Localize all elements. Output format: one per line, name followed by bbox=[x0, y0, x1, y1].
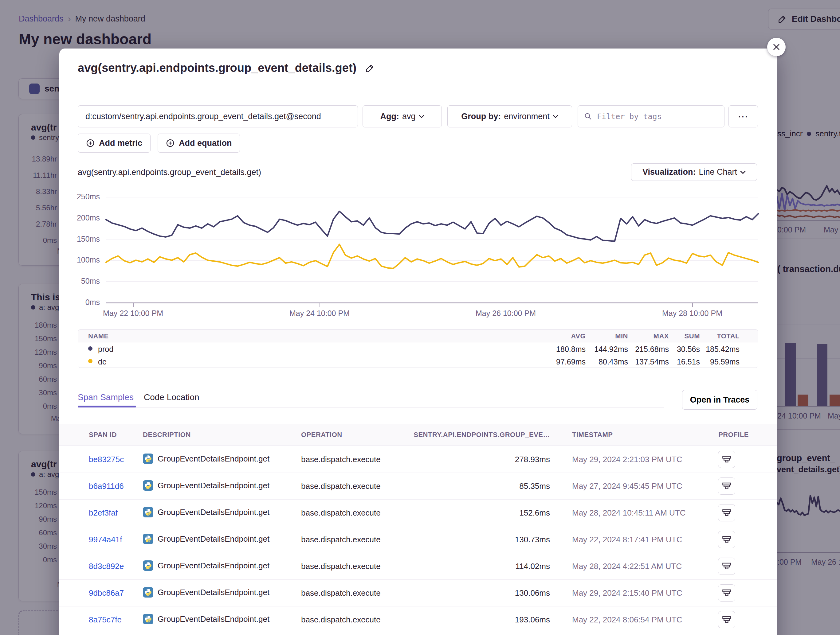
x-tick-label: May 26 10:00 PM bbox=[459, 309, 552, 318]
tab-span-samples[interactable]: Span Samples bbox=[78, 392, 134, 402]
span-id-link[interactable]: b2ef3faf bbox=[89, 508, 118, 518]
modal-title: avg(sentry.api.endpoints.group_event_det… bbox=[78, 61, 357, 75]
span-operation: base.dispatch.execute bbox=[301, 455, 381, 464]
summary-header-row: NAME AVG MIN MAX SUM TOTAL bbox=[78, 330, 758, 342]
python-icon bbox=[144, 562, 152, 570]
chart-title: avg(sentry.api.endpoints.group_event_det… bbox=[78, 168, 261, 177]
x-tick-label: May 28 10:00 PM bbox=[646, 309, 738, 318]
column-header: TIMESTAMP bbox=[572, 431, 613, 439]
python-icon bbox=[144, 588, 152, 596]
span-sample-row: 9dbc86a7 GroupEventDetailsEndpoint.getba… bbox=[59, 580, 777, 607]
span-description: GroupEventDetailsEndpoint.get bbox=[143, 507, 270, 517]
column-header: SPAN ID bbox=[89, 431, 117, 439]
modal-title-row: avg(sentry.api.endpoints.group_event_det… bbox=[78, 61, 375, 75]
chevron-down-icon bbox=[740, 170, 746, 174]
search-icon bbox=[584, 112, 592, 120]
span-description: GroupEventDetailsEndpoint.get bbox=[143, 534, 270, 544]
span-metric-value: 152.6ms bbox=[428, 508, 550, 518]
span-metric-value: 130.06ms bbox=[428, 588, 550, 598]
span-sample-row: 9974a41f GroupEventDetailsEndpoint.getba… bbox=[59, 526, 777, 553]
main-line-chart bbox=[106, 197, 758, 303]
span-operation: base.dispatch.execute bbox=[301, 482, 381, 491]
column-header: NAME bbox=[88, 332, 109, 340]
python-icon bbox=[144, 535, 152, 543]
python-platform-icon bbox=[143, 454, 153, 464]
open-in-traces-button[interactable]: Open in Traces bbox=[682, 390, 757, 410]
chevron-down-icon bbox=[553, 115, 558, 118]
python-icon bbox=[144, 482, 152, 490]
span-timestamp: May 29, 2024 2:21:03 PM UTC bbox=[572, 455, 682, 464]
column-header: OPERATION bbox=[301, 431, 342, 439]
span-id-link[interactable]: 8d3c892e bbox=[89, 562, 124, 571]
group-by-dropdown[interactable]: Group by: environment bbox=[447, 105, 572, 128]
chart-series-#44406b bbox=[106, 211, 758, 241]
profile-button[interactable] bbox=[718, 558, 735, 575]
add-metric-button[interactable]: Add metric bbox=[78, 134, 150, 153]
add-equation-button[interactable]: Add equation bbox=[158, 134, 240, 153]
span-id-link[interactable]: 9974a41f bbox=[89, 535, 122, 544]
span-id-link[interactable]: 8a75c7fe bbox=[89, 615, 122, 624]
filter-by-tags-input[interactable] bbox=[596, 112, 718, 121]
span-description: GroupEventDetailsEndpoint.get bbox=[143, 587, 270, 597]
span-metric-value: 130.73ms bbox=[428, 535, 550, 544]
span-operation: base.dispatch.execute bbox=[301, 615, 381, 624]
aggregate-dropdown[interactable]: Agg: avg bbox=[363, 105, 442, 128]
python-platform-icon bbox=[143, 560, 153, 571]
span-description: GroupEventDetailsEndpoint.get bbox=[143, 480, 270, 491]
profile-flamechart-icon bbox=[722, 562, 731, 571]
span-id-link[interactable]: be83275c bbox=[89, 455, 124, 464]
tab-code-location[interactable]: Code Location bbox=[144, 392, 199, 402]
x-tick-label: May 24 10:00 PM bbox=[273, 309, 366, 318]
python-platform-icon bbox=[143, 614, 153, 624]
span-metric-value: 85.35ms bbox=[428, 482, 550, 491]
span-id-link[interactable]: b6a911d6 bbox=[89, 482, 124, 491]
span-operation: base.dispatch.execute bbox=[301, 535, 381, 544]
python-platform-icon bbox=[143, 480, 153, 491]
profile-button[interactable] bbox=[718, 451, 735, 468]
plus-circle-icon bbox=[166, 139, 175, 147]
y-tick-label: 200ms bbox=[59, 213, 100, 222]
tab-track bbox=[78, 407, 664, 408]
summary-value-total: 185.42ms bbox=[687, 345, 739, 354]
y-tick-label: 0ms bbox=[59, 298, 100, 307]
metric-query-input[interactable] bbox=[78, 105, 358, 128]
chevron-down-icon bbox=[419, 115, 424, 118]
python-icon bbox=[144, 508, 152, 516]
metric-details-modal: avg(sentry.api.endpoints.group_event_det… bbox=[59, 49, 777, 635]
edit-title-pencil-icon[interactable] bbox=[365, 63, 375, 73]
span-metric-value: 193.06ms bbox=[428, 615, 550, 624]
profile-button[interactable] bbox=[718, 611, 735, 628]
summary-row: de97.69ms80.43ms137.54ms16.51s95.59ms bbox=[78, 355, 758, 367]
span-timestamp: May 28, 2024 4:22:51 AM UTC bbox=[572, 562, 682, 571]
span-description: GroupEventDetailsEndpoint.get bbox=[143, 454, 270, 464]
profile-button[interactable] bbox=[718, 585, 735, 602]
span-timestamp: May 28, 2024 10:45:11 AM UTC bbox=[572, 508, 686, 518]
samples-table-body: be83275c GroupEventDetailsEndpoint.getba… bbox=[59, 446, 777, 633]
close-button[interactable] bbox=[767, 38, 786, 56]
series-color-dot bbox=[88, 347, 93, 351]
span-description: GroupEventDetailsEndpoint.get bbox=[143, 560, 270, 571]
visualization-dropdown[interactable]: Visualization: Line Chart bbox=[631, 163, 757, 181]
series-name: de bbox=[98, 358, 107, 366]
profile-button[interactable] bbox=[718, 504, 735, 522]
span-metric-value: 278.93ms bbox=[428, 455, 550, 464]
column-header: DESCRIPTION bbox=[143, 431, 191, 439]
profile-flamechart-icon bbox=[722, 482, 731, 491]
column-header: SENTRY.API.ENDPOINTS.GROUP_EVE… bbox=[409, 431, 550, 439]
profile-flamechart-icon bbox=[722, 588, 731, 597]
query-overflow-button[interactable]: ⋯ bbox=[728, 105, 758, 128]
series-color-dot bbox=[88, 359, 93, 363]
profile-button[interactable] bbox=[718, 477, 735, 495]
profile-flamechart-icon bbox=[722, 535, 731, 544]
span-operation: base.dispatch.execute bbox=[301, 562, 381, 571]
span-sample-row: be83275c GroupEventDetailsEndpoint.getba… bbox=[59, 446, 777, 473]
profile-button[interactable] bbox=[718, 531, 735, 548]
filter-by-tags-field bbox=[578, 105, 725, 128]
span-id-link[interactable]: 9dbc86a7 bbox=[89, 588, 124, 598]
summary-row: prod180.8ms144.92ms215.68ms30.56s185.42m… bbox=[78, 342, 758, 355]
column-header: TOTAL bbox=[687, 332, 739, 340]
span-timestamp: May 22, 2024 8:17:41 PM UTC bbox=[572, 535, 682, 544]
python-icon bbox=[144, 615, 152, 623]
span-metric-value: 114.02ms bbox=[428, 562, 550, 571]
summary-value-total: 95.59ms bbox=[687, 358, 739, 366]
